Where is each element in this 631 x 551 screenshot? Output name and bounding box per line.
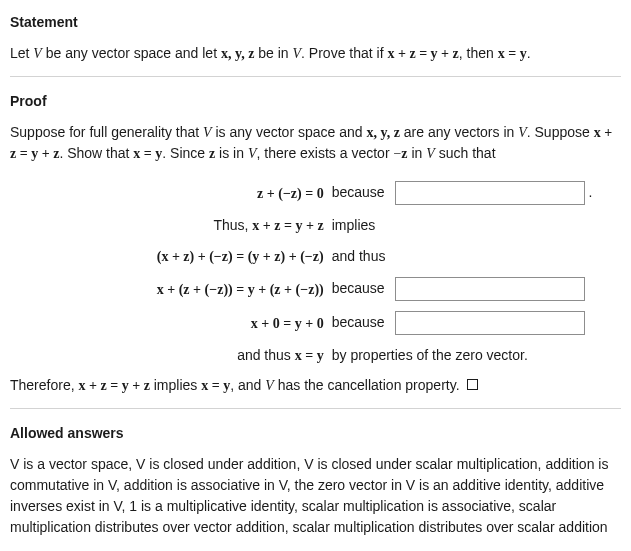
text: be any vector space and let — [42, 45, 221, 61]
statement-text: Let V be any vector space and let x, y, … — [10, 43, 621, 64]
text: Let — [10, 45, 33, 61]
answer-input-2[interactable] — [395, 277, 585, 301]
equation: x + (z + (−z)) = y + (z + (−z)) — [157, 282, 324, 297]
var-V: V — [426, 146, 435, 161]
eq: x + z = y + z — [78, 378, 149, 393]
conclusion: Therefore, x + z = y + z implies x = y, … — [10, 375, 621, 396]
equation: x + 0 = y + 0 — [251, 316, 324, 331]
text: be in — [254, 45, 292, 61]
eq: x = y — [201, 378, 230, 393]
text: is any vector space and — [212, 124, 367, 140]
answer-input-3[interactable] — [395, 311, 585, 335]
proof-row: (x + z) + (−z) = (y + z) + (−z) and thus — [10, 241, 621, 272]
prefix: Thus, — [213, 217, 252, 233]
vars-xyz: x, y, z — [221, 46, 254, 61]
eq: x + z = y + z — [387, 46, 458, 61]
var-V: V — [203, 125, 212, 140]
proof-heading: Proof — [10, 91, 621, 112]
equation: x + z = y + z — [252, 218, 323, 233]
var-V: V — [265, 378, 274, 393]
text: in — [408, 145, 427, 161]
var-V: V — [293, 46, 302, 61]
text: is in — [215, 145, 248, 161]
text: implies — [150, 377, 201, 393]
proof-steps: z + (−z) = 0 because . Thus, x + z = y +… — [10, 176, 621, 371]
text: such that — [435, 145, 496, 161]
proof-row: Thus, x + z = y + z implies — [10, 210, 621, 241]
divider — [10, 408, 621, 409]
proof-row: z + (−z) = 0 because . — [10, 176, 621, 210]
answer-input-1[interactable] — [395, 181, 585, 205]
eq: x = y — [133, 146, 162, 161]
text: , there exists a vector — [256, 145, 393, 161]
equation: z + (−z) = 0 — [257, 186, 324, 201]
reason-text: and thus — [332, 248, 386, 264]
text: , then — [459, 45, 498, 61]
var-V: V — [518, 125, 527, 140]
proof-intro: Suppose for full generality that V is an… — [10, 122, 621, 164]
text: . Suppose — [527, 124, 594, 140]
proof-row: x + 0 = y + 0 because — [10, 306, 621, 340]
equation: (x + z) + (−z) = (y + z) + (−z) — [157, 249, 324, 264]
text: . — [527, 45, 531, 61]
text: . Since — [162, 145, 209, 161]
proof-row: x + (z + (−z)) = y + (z + (−z)) because — [10, 272, 621, 306]
var-V: V — [33, 46, 42, 61]
text: , and — [230, 377, 265, 393]
text: . Show that — [59, 145, 133, 161]
divider — [10, 76, 621, 77]
reason-text: implies — [332, 217, 376, 233]
proof-row: and thus x = y by properties of the zero… — [10, 340, 621, 371]
reason-label: because — [332, 314, 391, 330]
text: . Prove that if — [301, 45, 387, 61]
qed-box-icon — [467, 379, 478, 390]
text: are any vectors in — [400, 124, 518, 140]
equation: x = y — [295, 348, 324, 363]
text: has the cancellation property. — [274, 377, 464, 393]
allowed-heading: Allowed answers — [10, 423, 621, 444]
vars-xyz: x, y, z — [366, 125, 399, 140]
prefix: and thus — [237, 347, 295, 363]
statement-heading: Statement — [10, 12, 621, 33]
neg-z: −z — [393, 146, 407, 161]
text: Therefore, — [10, 377, 78, 393]
reason-label: because — [332, 184, 391, 200]
allowed-answers-text: V is a vector space, V is closed under a… — [10, 454, 621, 538]
reason-label: because — [332, 280, 391, 296]
text: Suppose for full generality that — [10, 124, 203, 140]
eq: x = y — [498, 46, 527, 61]
reason-text: by properties of the zero vector. — [332, 347, 528, 363]
period: . — [588, 184, 592, 200]
